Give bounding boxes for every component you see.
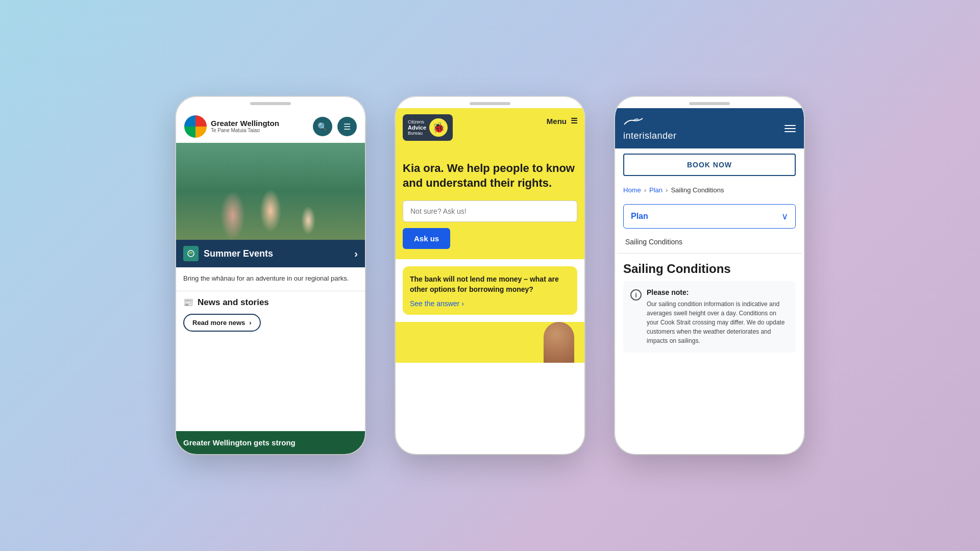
bottom-banner-text: Greater Wellington gets strong xyxy=(183,438,358,447)
phone3-header: interislander xyxy=(615,108,804,148)
breadcrumb-sep-1: › xyxy=(644,186,646,194)
phone1-description: Bring the whānau for an adventure in our… xyxy=(176,267,365,291)
phone-greater-wellington: Greater Wellington Te Pane Matuia Taiao … xyxy=(176,97,365,454)
page-title-text: Sailing Conditions xyxy=(623,262,731,276)
news-section: 📰 News and stories Read more news › xyxy=(176,291,365,337)
nav-dropdown-label: Plan xyxy=(631,212,648,221)
read-more-news-button[interactable]: Read more news › xyxy=(183,314,261,332)
book-now-button[interactable]: BOOK NOW xyxy=(623,154,796,176)
hero-background xyxy=(176,143,365,240)
hero-people xyxy=(176,143,365,240)
event-title: Summer Events xyxy=(204,248,354,259)
gw-logo-circle xyxy=(184,115,207,138)
menu-line-1 xyxy=(785,125,796,126)
phone1-header: Greater Wellington Te Pane Matuia Taiao … xyxy=(176,108,365,143)
logo-bird-icon xyxy=(623,115,677,130)
event-arrow: › xyxy=(354,248,358,260)
nav-dropdown-arrow: ∨ xyxy=(781,211,788,222)
phone-notch-1 xyxy=(250,102,291,105)
sailing-conditions-title: Sailing Conditions xyxy=(615,254,804,281)
cab-bureau: Bureau xyxy=(408,131,426,136)
breadcrumb-plan[interactable]: Plan xyxy=(649,186,663,194)
cab-logo: Citizens Advice Bureau 🐞 xyxy=(403,114,453,141)
cab-search-input[interactable] xyxy=(403,201,577,222)
phone-interislander: interislander BOOK NOW Home › Plan › Sai… xyxy=(615,97,804,454)
plan-nav-dropdown[interactable]: Plan ∨ xyxy=(623,204,796,229)
interislander-name: interislander xyxy=(623,131,677,141)
phone2-bottom-area xyxy=(396,322,584,363)
phone2-menu[interactable]: Menu ☰ xyxy=(547,116,577,126)
gw-subtitle: Te Pane Matuia Taiao xyxy=(211,128,279,134)
phone1-hero-image xyxy=(176,143,365,240)
cab-citizens: Citizens xyxy=(408,119,426,124)
svg-point-0 xyxy=(188,251,194,257)
see-answer-label: See the answer xyxy=(410,299,459,308)
ask-us-button[interactable]: Ask us xyxy=(403,228,450,249)
breadcrumb: Home › Plan › Sailing Conditions xyxy=(615,181,804,199)
phone-notch-2 xyxy=(470,102,510,105)
cab-tagline: Kia ora. We help people to know and unde… xyxy=(403,161,577,190)
breadcrumb-current: Sailing Conditions xyxy=(671,186,724,194)
phones-container: Greater Wellington Te Pane Matuia Taiao … xyxy=(156,77,824,474)
sailing-conditions-nav-link[interactable]: Sailing Conditions xyxy=(617,234,802,254)
read-more-arrow: › xyxy=(249,319,251,327)
cab-character: 🐞 xyxy=(429,118,448,137)
phone-citizens-advice: Citizens Advice Bureau 🐞 Menu ☰ Kia ora.… xyxy=(396,97,584,454)
sailing-link-label: Sailing Conditions xyxy=(625,238,682,246)
menu-line-3 xyxy=(785,131,796,132)
gw-logo-text: Greater Wellington Te Pane Matuia Taiao xyxy=(211,119,279,134)
breadcrumb-home[interactable]: Home xyxy=(623,186,641,194)
question-card: The bank will not lend me money – what a… xyxy=(403,266,577,315)
phone1-icons: 🔍 ☰ xyxy=(313,117,357,136)
news-header: 📰 News and stories xyxy=(183,297,358,308)
info-icon: i xyxy=(630,289,642,300)
phone2-screen: Citizens Advice Bureau 🐞 Menu ☰ Kia ora.… xyxy=(396,108,584,450)
interislander-logo: interislander xyxy=(623,115,677,141)
breadcrumb-sep-2: › xyxy=(666,186,668,194)
phone2-header: Citizens Advice Bureau 🐞 Menu ☰ xyxy=(396,108,584,146)
phone3-screen: interislander BOOK NOW Home › Plan › Sai… xyxy=(615,108,804,450)
advisor-avatar xyxy=(544,322,574,363)
see-answer-link[interactable]: See the answer › xyxy=(410,299,570,308)
phone-notch-3 xyxy=(689,102,730,105)
menu-icon[interactable]: ☰ xyxy=(337,117,357,136)
news-icon: 📰 xyxy=(183,297,193,307)
notice-text: Our sailing condition information is ind… xyxy=(647,299,789,345)
event-banner[interactable]: Summer Events › xyxy=(176,240,365,267)
read-more-label: Read more news xyxy=(192,319,245,327)
gw-title: Greater Wellington xyxy=(211,119,279,128)
event-icon xyxy=(183,246,199,261)
see-answer-arrow: › xyxy=(461,299,464,308)
phone1-screen: Greater Wellington Te Pane Matuia Taiao … xyxy=(176,108,365,450)
news-section-title: News and stories xyxy=(198,297,269,308)
cab-advice: Advice xyxy=(408,124,426,131)
menu-hamburger-icon: ☰ xyxy=(571,116,577,126)
notice-box: i Please note: Our sailing condition inf… xyxy=(623,281,796,353)
phone3-menu-icon[interactable] xyxy=(785,125,796,132)
phone1-bottom-banner: Greater Wellington gets strong xyxy=(176,431,365,450)
event-description: Bring the whānau for an adventure in our… xyxy=(183,273,358,284)
notice-content: Please note: Our sailing condition infor… xyxy=(647,288,789,345)
menu-line-2 xyxy=(785,128,796,129)
gw-logo: Greater Wellington Te Pane Matuia Taiao xyxy=(184,115,279,138)
phone2-hero: Kia ora. We help people to know and unde… xyxy=(396,146,584,259)
ask-us-label: Ask us xyxy=(414,234,439,243)
notice-heading: Please note: xyxy=(647,288,789,296)
book-now-label: BOOK NOW xyxy=(687,161,732,169)
cab-logo-text: Citizens Advice Bureau xyxy=(408,119,426,136)
search-icon[interactable]: 🔍 xyxy=(313,117,332,136)
menu-label: Menu xyxy=(547,117,567,126)
question-text: The bank will not lend me money – what a… xyxy=(410,274,570,294)
